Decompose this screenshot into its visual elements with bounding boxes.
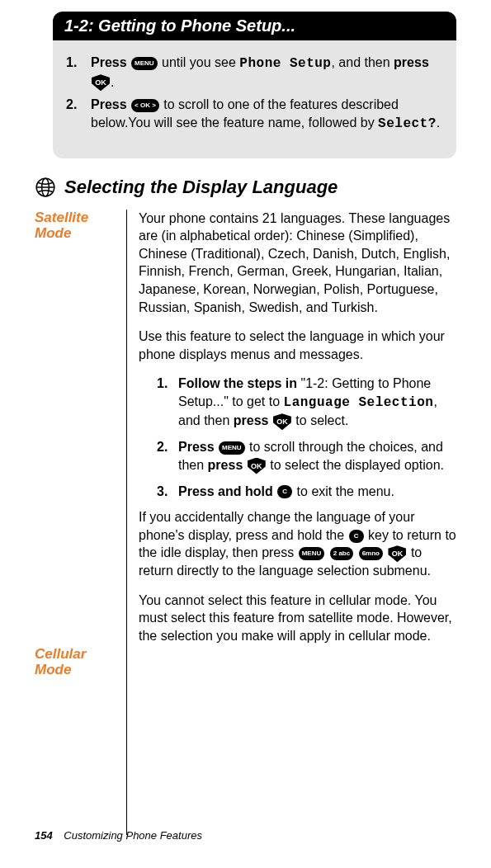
paragraph: Use this feature to select the language …	[139, 328, 456, 363]
chapter-title: Customizing Phone Features	[64, 829, 202, 842]
satellite-mode-label: Satellite Mode	[35, 210, 121, 242]
menu-icon: MENU	[299, 547, 325, 560]
step-number: 3.	[157, 483, 178, 501]
ok-icon: OK	[273, 413, 291, 430]
text: to exit the menu.	[293, 484, 394, 498]
step-text: Press and hold C to exit the menu.	[178, 483, 456, 501]
section-title: Selecting the Display Language	[64, 177, 338, 198]
side-column: Satellite Mode Cellular Mode	[35, 210, 127, 835]
paragraph: If you accidentally change the language …	[139, 508, 456, 580]
menu-icon: MENU	[219, 441, 245, 455]
globe-icon	[35, 177, 56, 198]
cellular-mode-label: Cellular Mode	[35, 646, 121, 678]
press-label: Press	[91, 97, 127, 111]
content-columns: Satellite Mode Cellular Mode Your phone …	[35, 210, 456, 835]
step-1: 1. Press MENU until you see Phone Setup,…	[66, 54, 443, 91]
paragraph: You cannot select this feature in cellul…	[139, 592, 456, 645]
text: to select the displayed option.	[267, 458, 444, 472]
main-column: Your phone contains 21 languages. These …	[127, 210, 456, 835]
page-number: 154	[35, 829, 53, 842]
step-text: Press MENU to scroll through the choices…	[178, 438, 456, 474]
page-footer: 154 Customizing Phone Features	[35, 829, 202, 842]
spacer	[35, 242, 121, 646]
scroll-icon: < OK >	[131, 99, 159, 112]
step-number: 2.	[157, 438, 178, 474]
step-2: 2. Press < OK > to scroll to one of the …	[66, 96, 443, 133]
ok-icon: OK	[92, 74, 110, 91]
step-text: Press MENU until you see Phone Setup, an…	[91, 54, 443, 91]
step-number: 1.	[66, 54, 91, 91]
step-number: 1.	[157, 375, 178, 430]
ok-icon: OK	[248, 458, 266, 474]
step-number: 2.	[66, 96, 91, 133]
lcd-text: Language Selection	[284, 395, 434, 410]
text: , and then	[331, 55, 394, 69]
c-icon: C	[277, 485, 292, 498]
steps-box: 1. Press MENU until you see Phone Setup,…	[53, 40, 456, 158]
lcd-text: Phone Setup	[239, 56, 331, 71]
spacer	[35, 678, 121, 835]
substep-3: 3. Press and hold C to exit the menu.	[157, 483, 456, 501]
section-header: 1-2: Getting to Phone Setup...	[53, 12, 456, 40]
step-text: Press < OK > to scroll to one of the fea…	[91, 96, 443, 133]
text: until you see	[158, 55, 240, 69]
lcd-text: Select?	[378, 116, 437, 131]
ok-icon: OK	[388, 545, 406, 562]
press-label: Press	[91, 55, 127, 69]
text: .	[437, 116, 440, 130]
key-2-icon: 2 abc	[330, 547, 353, 560]
bold-text: Follow the steps in	[178, 376, 297, 390]
bold-text: Press and hold	[178, 484, 273, 498]
text: .	[111, 75, 114, 89]
section-header-title: 1-2: Getting to Phone Setup...	[64, 17, 295, 35]
text: to select.	[292, 413, 348, 427]
key-6-icon: 6mno	[359, 547, 383, 560]
c-icon: C	[349, 530, 364, 543]
menu-icon: MENU	[131, 57, 158, 70]
step-text: Follow the steps in "1-2: Getting to Pho…	[178, 375, 456, 430]
substep-2: 2. Press MENU to scroll through the choi…	[157, 438, 456, 474]
press-label: press	[234, 413, 269, 427]
press-label: press	[208, 458, 243, 472]
substep-1: 1. Follow the steps in "1-2: Getting to …	[157, 375, 456, 430]
paragraph: Your phone contains 21 languages. These …	[139, 210, 456, 317]
section-heading: Selecting the Display Language	[35, 177, 456, 198]
press-label: press	[394, 55, 429, 69]
press-label: Press	[178, 440, 215, 454]
